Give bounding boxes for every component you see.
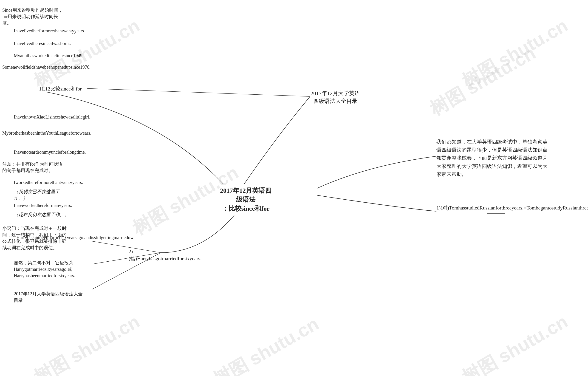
- bottom-branch-label: 2)(错)Harryhasgotmarriedforsixyears.: [129, 248, 193, 262]
- center-node: 2017年12月英语四级语法 ：比较since和for: [216, 184, 276, 215]
- left-node-6: IhaveknownXiaoLisinceshewasalittlegirl.: [14, 114, 78, 120]
- right-node-1: 我们都知道，在大学英语四级考试中，单独考察英语四级语法的题型很少，但是英语四级语…: [436, 138, 551, 178]
- left-node-8: Ihavenoteardrommyuncleforalongtime.: [14, 149, 78, 155]
- left-node-12: Ihaveworkedhereformanyyears.: [14, 202, 78, 209]
- connectors-svg: [0, 0, 588, 376]
- left-node-13: （现在我仍在这里工作。）: [14, 211, 69, 218]
- left-node-3: Ihavelivedheresinceilwasborn..: [14, 40, 74, 47]
- left-node-1: Since用来说明动作起始时间，for用来说明动作延续时间长度。: [2, 7, 64, 26]
- watermark-left-bottom: 树图 shutu.cn: [29, 309, 144, 376]
- right-node-3: =TombegantostudyRussianthreeyearsago,and…: [524, 204, 588, 211]
- extra-connector: [0, 0, 588, 376]
- bottom-sub-3: 2017年12月大学英语四级语法大全目录: [14, 291, 83, 303]
- watermark-bottom-center: 树图 shutu.cn: [209, 312, 323, 376]
- left-node-4: Myaunthasworkedinaclinicsince1949.: [14, 52, 74, 59]
- right-node-2: 1)(对)TomhasstudiedRussianforthreeyears.: [436, 204, 524, 211]
- branch-1112: 11.12比较since和for: [39, 85, 82, 93]
- top-right-branch-label: 2017年12月大学英语四级语法大全目录: [310, 90, 361, 105]
- bottom-sub-2: 显然，第二句不对，它应改为Harrygotmarriedsixyearsago.…: [14, 260, 87, 279]
- left-node-5: Somenewoilfieldshavebeenopenedupsince197…: [2, 64, 67, 70]
- watermark-right-bottom: 树图 shutu.cn: [458, 309, 572, 376]
- left-node-10: Iworkedhereformorethantwentyyears.: [14, 179, 78, 186]
- left-node-11: （我现在已不在这里工作。）: [14, 188, 69, 201]
- left-node-2: Ihavelivedherformorethantwentyyears.: [14, 28, 74, 34]
- left-node-9: 注意：并非有for作为时间状语的句子都用现在完成时。: [2, 161, 64, 174]
- watermark-center-right: 树图 shutu.cn: [425, 41, 540, 122]
- svg-line-0: [87, 88, 310, 96]
- bottom-sub-1: =Harrybegantogetmarriedsixyearsago.andis…: [14, 234, 87, 241]
- watermark-right-top: 树图 shutu.cn: [458, 13, 572, 94]
- left-node-7: MybrotherhasbeenintheYouthLeaguefortowea…: [2, 130, 67, 136]
